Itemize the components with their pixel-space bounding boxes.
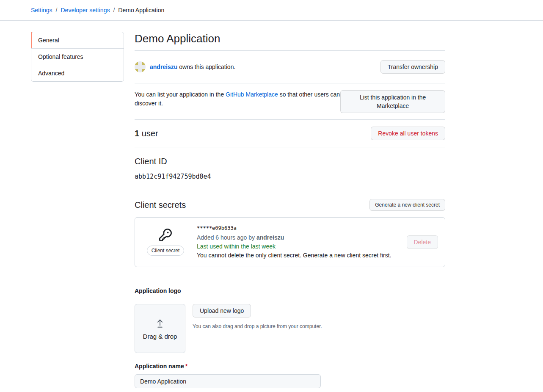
logo-help-text: You can also drag and drop a picture fro… xyxy=(193,323,322,330)
upload-new-logo-button[interactable]: Upload new logo xyxy=(193,304,251,317)
github-marketplace-link[interactable]: GitHub Marketplace xyxy=(226,91,278,98)
user-count: 1 xyxy=(135,129,139,138)
application-logo-row: Drag & drop Upload new logo You can also… xyxy=(135,304,445,353)
client-secret-masked-value: *****e09b633a xyxy=(197,224,391,232)
client-secret-added-prefix: Added 6 hours ago by xyxy=(197,234,256,241)
client-id-heading: Client ID xyxy=(135,155,445,167)
client-secret-delete-note: You cannot delete the only client secret… xyxy=(197,251,391,260)
application-logo-section: Application logo Drag & drop Upload new … xyxy=(135,287,445,353)
breadcrumb: Settings / Developer settings / Demo App… xyxy=(31,7,164,14)
client-secrets-section: Client secrets Generate a new client sec… xyxy=(135,199,445,267)
settings-layout: General Optional features Advanced Demo … xyxy=(0,21,543,392)
sidebar-item-advanced[interactable]: Advanced xyxy=(31,65,124,81)
owner-row: andreiszu owns this application. Transfe… xyxy=(135,51,445,83)
client-secret-card: Client secret *****e09b633a Added 6 hour… xyxy=(135,217,445,267)
dropzone-text: Drag & drop xyxy=(143,333,177,340)
required-marker: * xyxy=(185,363,187,370)
user-count-label: user xyxy=(139,129,158,138)
application-logo-label: Application logo xyxy=(135,287,445,295)
breadcrumb-settings-link[interactable]: Settings xyxy=(31,7,52,14)
transfer-ownership-button[interactable]: Transfer ownership xyxy=(380,60,445,74)
key-icon xyxy=(159,229,172,243)
client-secret-added-line: Added 6 hours ago by andreiszu xyxy=(197,233,391,242)
logo-dropzone[interactable]: Drag & drop xyxy=(135,304,185,353)
divider xyxy=(135,147,445,147)
owner-text: andreiszu owns this application. xyxy=(150,63,235,70)
breadcrumb-separator: / xyxy=(113,7,115,14)
sidebar-item-optional-features[interactable]: Optional features xyxy=(31,48,124,65)
breadcrumb-developer-settings-link[interactable]: Developer settings xyxy=(61,7,110,14)
delete-client-secret-button[interactable]: Delete xyxy=(407,235,438,249)
client-secrets-header: Client secrets Generate a new client sec… xyxy=(135,199,445,211)
client-secret-details: *****e09b633a Added 6 hours ago by andre… xyxy=(197,224,391,260)
client-secret-last-used: Last used within the last week xyxy=(197,242,391,251)
settings-sidebar: General Optional features Advanced xyxy=(31,32,124,82)
owner-username-link[interactable]: andreiszu xyxy=(150,63,177,70)
users-row: 1 user Revoke all user tokens xyxy=(135,120,445,147)
revoke-all-user-tokens-button[interactable]: Revoke all user tokens xyxy=(371,127,445,140)
user-count-heading: 1 user xyxy=(135,127,158,140)
list-in-marketplace-button[interactable]: List this application in the Marketplace xyxy=(340,90,445,113)
owner-avatar[interactable] xyxy=(135,61,146,72)
marketplace-text-before: You can list your application in the xyxy=(135,91,226,98)
owner-text-suffix: owns this application. xyxy=(177,63,235,70)
application-name-label-text: Application name xyxy=(135,363,184,370)
application-name-input[interactable] xyxy=(135,374,321,388)
sidebar-item-general[interactable]: General xyxy=(31,32,124,48)
page-title: Demo Application xyxy=(135,32,445,45)
upload-arrow-icon xyxy=(154,317,165,330)
application-name-label: Application name* xyxy=(135,362,445,371)
settings-content: Demo Application andreiszu owns this app… xyxy=(135,32,445,392)
client-id-value: abb12c91f942759bd8e4 xyxy=(135,173,445,180)
client-secrets-heading: Client secrets xyxy=(135,199,186,211)
breadcrumb-separator: / xyxy=(56,7,58,14)
page-header: Settings / Developer settings / Demo App… xyxy=(0,0,543,21)
client-secret-badge: Client secret xyxy=(147,246,185,256)
marketplace-row: You can list your application in the Git… xyxy=(135,83,445,119)
generate-client-secret-button[interactable]: Generate a new client secret xyxy=(369,199,445,211)
breadcrumb-current-page: Demo Application xyxy=(118,7,164,14)
marketplace-text: You can list your application in the Git… xyxy=(135,90,340,108)
client-secret-icon-column: Client secret xyxy=(142,229,189,256)
application-name-section: Application name* Something users will r… xyxy=(135,362,445,392)
upload-column: Upload new logo You can also drag and dr… xyxy=(193,304,322,330)
client-secret-added-by: andreiszu xyxy=(256,234,284,241)
client-id-section: Client ID abb12c91f942759bd8e4 xyxy=(135,155,445,180)
